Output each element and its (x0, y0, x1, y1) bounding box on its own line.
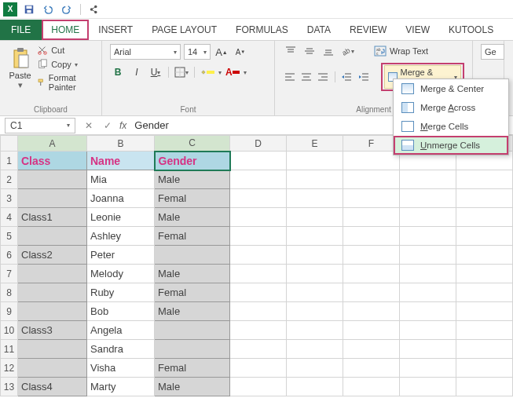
cell[interactable] (230, 170, 287, 189)
menu-unmerge-cells[interactable]: Unmerge Cells (394, 136, 508, 155)
cell[interactable] (287, 170, 343, 189)
cell[interactable] (400, 246, 456, 265)
cell[interactable] (400, 265, 456, 283)
cell[interactable] (343, 227, 400, 246)
fill-color-button[interactable] (200, 64, 215, 80)
row-header-7[interactable]: 7 (1, 265, 18, 283)
tab-review[interactable]: REVIEW (340, 20, 396, 40)
row-header-1[interactable]: 1 (1, 152, 18, 170)
cell-C11[interactable] (155, 340, 230, 359)
tab-file[interactable]: FILE (0, 20, 42, 40)
row-header-2[interactable]: 2 (1, 170, 18, 189)
cell-C1[interactable]: Gender (155, 152, 230, 170)
tab-insert[interactable]: INSERT (89, 20, 142, 40)
row-header-10[interactable]: 10 (1, 321, 18, 340)
cell[interactable] (343, 378, 400, 396)
cell-B7[interactable]: Melody (87, 265, 155, 283)
cell[interactable] (456, 321, 513, 340)
cell[interactable] (456, 246, 513, 265)
cell-A9[interactable] (18, 302, 87, 321)
align-top-icon[interactable] (283, 44, 299, 58)
tab-view[interactable]: VIEW (396, 20, 439, 40)
cell[interactable] (343, 170, 400, 189)
cell-B2[interactable]: Mia (87, 170, 155, 189)
tab-formulas[interactable]: FORMULAS (226, 20, 298, 40)
cell[interactable] (343, 246, 400, 265)
cut-button[interactable]: Cut (35, 44, 93, 57)
align-left-icon[interactable] (283, 70, 296, 84)
cell[interactable] (456, 340, 513, 359)
cell[interactable] (230, 189, 287, 208)
cell-A12[interactable] (18, 359, 87, 378)
cell[interactable] (287, 378, 343, 396)
cell-C2[interactable]: Male (155, 170, 230, 189)
tab-home[interactable]: HOME (42, 20, 89, 40)
cell-C5[interactable]: Femal (155, 227, 230, 246)
cell[interactable] (456, 227, 513, 246)
decrease-indent-icon[interactable] (340, 70, 354, 84)
cell[interactable] (287, 302, 343, 321)
increase-font-icon[interactable]: A▲ (214, 44, 229, 60)
enter-formula-icon[interactable]: ✓ (101, 119, 115, 133)
cell[interactable] (343, 189, 400, 208)
cell[interactable] (230, 359, 287, 378)
increase-indent-icon[interactable] (357, 70, 370, 84)
cell-A4[interactable]: Class1 (18, 208, 87, 227)
row-header-5[interactable]: 5 (1, 227, 18, 246)
cell[interactable] (230, 265, 287, 283)
cell[interactable] (230, 340, 287, 359)
cell-C7[interactable]: Male (155, 265, 230, 283)
row-header-12[interactable]: 12 (1, 359, 18, 378)
cell[interactable] (287, 359, 343, 378)
menu-merge-across[interactable]: Merge Across (394, 98, 508, 117)
number-format-combo[interactable]: Ge (481, 44, 504, 60)
cell[interactable] (287, 283, 343, 302)
cell-B11[interactable]: Sandra (87, 340, 155, 359)
cell-C9[interactable]: Male (155, 302, 230, 321)
select-all-corner[interactable] (1, 136, 18, 152)
cell-F1[interactable] (343, 152, 400, 170)
cell[interactable] (400, 189, 456, 208)
italic-button[interactable]: I (129, 64, 145, 80)
paste-button[interactable]: Paste ▾ (8, 47, 32, 90)
chevron-down-icon[interactable]: ▾ (218, 69, 222, 76)
qat-action-icon[interactable] (87, 2, 101, 16)
cell-A2[interactable] (18, 170, 87, 189)
undo-icon[interactable] (41, 2, 55, 16)
row-header-13[interactable]: 13 (1, 378, 18, 396)
tab-data[interactable]: DATA (298, 20, 340, 40)
cancel-formula-icon[interactable]: ✕ (82, 119, 96, 133)
cell[interactable] (230, 321, 287, 340)
cell[interactable] (230, 283, 287, 302)
cell-C4[interactable]: Male (155, 208, 230, 227)
col-header-D[interactable]: D (230, 136, 287, 152)
copy-button[interactable]: Copy ▾ (35, 58, 93, 71)
row-header-3[interactable]: 3 (1, 189, 18, 208)
cell[interactable] (456, 359, 513, 378)
cell[interactable] (343, 340, 400, 359)
cell-B9[interactable]: Bob (87, 302, 155, 321)
cell[interactable] (230, 302, 287, 321)
cell[interactable] (230, 246, 287, 265)
cell[interactable] (230, 208, 287, 227)
align-center-icon[interactable] (299, 70, 313, 84)
font-name-combo[interactable]: Arial ▾ (110, 44, 181, 60)
cell-A6[interactable]: Class2 (18, 246, 87, 265)
cell[interactable] (343, 265, 400, 283)
cell[interactable] (343, 302, 400, 321)
cell-C12[interactable]: Femal (155, 359, 230, 378)
cell-A8[interactable] (18, 283, 87, 302)
chevron-down-icon[interactable]: ▾ (244, 69, 247, 76)
cell-B4[interactable]: Leonie (87, 208, 155, 227)
cell-C6[interactable] (155, 246, 230, 265)
name-box[interactable]: C1 ▾ (5, 118, 75, 133)
cell[interactable] (230, 227, 287, 246)
cell[interactable] (400, 227, 456, 246)
row-header-9[interactable]: 9 (1, 302, 18, 321)
format-painter-button[interactable]: Format Painter (35, 72, 93, 93)
align-right-icon[interactable] (317, 70, 330, 84)
cell-A10[interactable]: Class3 (18, 321, 87, 340)
cell[interactable] (343, 321, 400, 340)
bold-button[interactable]: B (110, 64, 126, 80)
cell[interactable] (400, 378, 456, 396)
